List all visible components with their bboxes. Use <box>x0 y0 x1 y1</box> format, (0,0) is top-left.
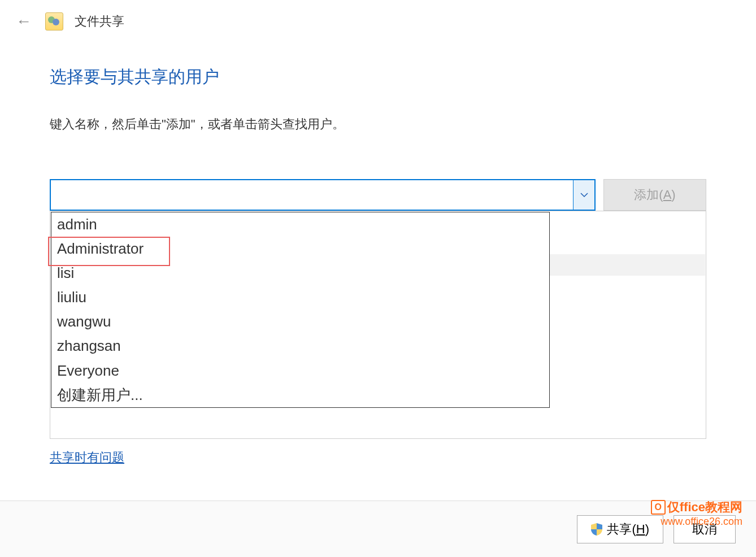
user-dropdown-list: admin Administrator lisi liuliu wangwu z… <box>51 212 550 408</box>
add-button-label-suffix: ) <box>671 188 675 202</box>
file-sharing-icon <box>45 12 63 31</box>
add-button-accesskey: A <box>663 188 672 202</box>
user-name-input[interactable] <box>51 180 573 210</box>
watermark-line1: O 仅ffice教程网 <box>651 499 742 515</box>
content-area: 选择要与其共享的用户 键入名称，然后单击"添加"，或者单击箭头查找用户。 adm… <box>0 43 756 466</box>
dropdown-item-lisi[interactable]: lisi <box>51 261 549 285</box>
share-button-label: 共享(H) <box>607 521 649 538</box>
share-button-accesskey: H <box>636 522 645 536</box>
dropdown-item-administrator[interactable]: Administrator <box>51 237 549 261</box>
page-heading: 选择要与其共享的用户 <box>50 66 706 89</box>
dialog-header: ← 文件共享 <box>0 0 756 43</box>
add-button-label-prefix: 添加( <box>634 188 663 202</box>
button-bar: 共享(H) 取消 <box>0 501 756 557</box>
dropdown-item-create-new-user[interactable]: 创建新用户... <box>51 383 549 407</box>
back-arrow-icon[interactable]: ← <box>14 10 34 33</box>
dropdown-item-label: Administrator <box>57 240 144 257</box>
window-title: 文件共享 <box>75 13 124 30</box>
uac-shield-icon <box>591 523 602 536</box>
dropdown-item-everyone[interactable]: Everyone <box>51 359 549 383</box>
dropdown-item-liuliu[interactable]: liuliu <box>51 285 549 310</box>
watermark: O 仅ffice教程网 www.office26.com <box>651 499 742 528</box>
help-link[interactable]: 共享时有问题 <box>50 449 124 466</box>
watermark-logo-icon: O <box>651 500 666 515</box>
watermark-line2: www.office26.com <box>651 515 742 528</box>
instruction-text: 键入名称，然后单击"添加"，或者单击箭头查找用户。 <box>50 116 706 133</box>
dropdown-item-wangwu[interactable]: wangwu <box>51 310 549 334</box>
dropdown-item-zhangsan[interactable]: zhangsan <box>51 334 549 358</box>
chevron-down-icon <box>580 192 588 198</box>
add-button: 添加(A) <box>603 179 706 211</box>
user-combobox[interactable]: admin Administrator lisi liuliu wangwu z… <box>50 179 596 211</box>
dropdown-arrow-button[interactable] <box>573 180 594 210</box>
dropdown-item-admin[interactable]: admin <box>51 212 549 237</box>
user-input-row: admin Administrator lisi liuliu wangwu z… <box>50 179 706 211</box>
